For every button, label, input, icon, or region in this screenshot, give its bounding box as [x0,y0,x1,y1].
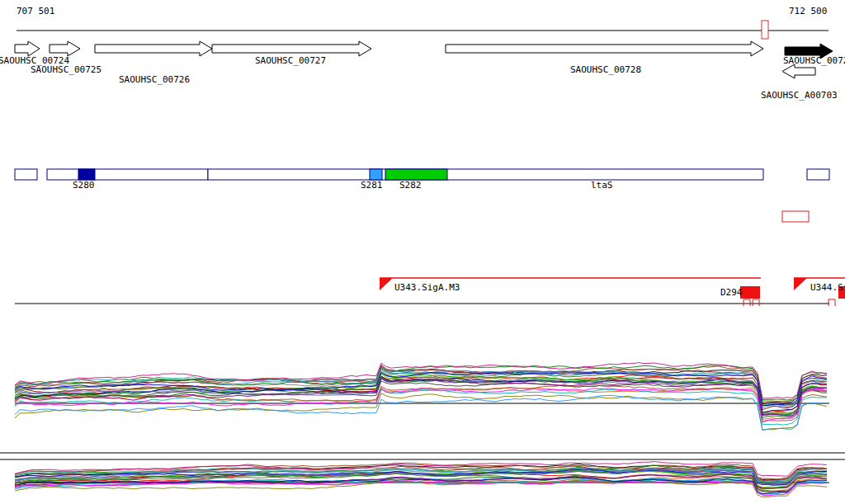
tracks-canvas [0,0,845,504]
red-outline-feature[interactable] [782,211,809,222]
feature-box-2[interactable] [208,169,763,180]
coverage-trace [15,389,827,425]
genome-browser-view: 707 501712 500SAOUHSC_00724SAOUHSC_00725… [0,0,845,504]
gene-arrow-SAOUHSC_00726[interactable] [95,41,212,56]
feature-segment-S281[interactable] [370,169,382,180]
feature-box-1[interactable] [47,169,208,180]
gene-arrow-SAOUHSC_00725[interactable] [50,41,80,56]
terminator-mark-icon-0 [744,299,750,306]
transcript-flag-icon-0[interactable] [380,278,393,290]
coverage-trace [15,393,827,431]
terminator-block[interactable] [740,286,760,299]
feature-segment-S280[interactable] [78,169,95,180]
feature-box-3[interactable] [807,169,829,180]
feature-segment-S282[interactable] [385,169,447,180]
feature-box-0[interactable] [15,169,37,180]
ruler-red-marker[interactable] [762,21,768,39]
gene-arrow-SAOUHSC_00727[interactable] [212,41,371,56]
gene-arrow-SAOUHSC_00728[interactable] [446,41,763,56]
gene-arrow-SAOUHSC_A00703[interactable] [782,64,815,78]
gene-arrow-SAOUHSC_00729[interactable] [785,44,833,59]
gene-arrow-SAOUHSC_00724[interactable] [15,41,40,56]
transcript-flag-icon-1[interactable] [794,278,807,290]
terminator-mark-icon-2 [828,299,835,306]
terminator-block-edge[interactable] [838,286,845,299]
coverage-trace [15,395,827,430]
terminator-mark-icon-1 [753,299,759,306]
